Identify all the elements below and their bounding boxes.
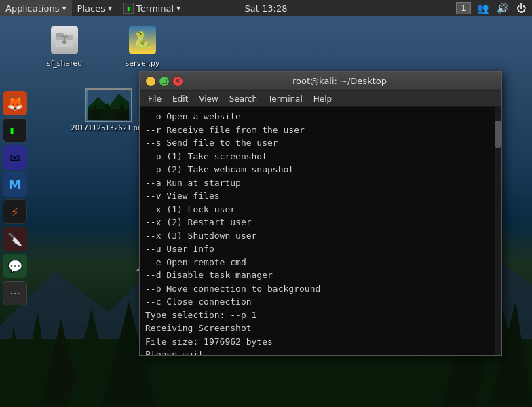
python-file-icon: 🐍 <box>129 26 156 54</box>
desktop-icons-area: sf_shared <box>37 24 92 75</box>
maximize-button[interactable]: □ <box>159 76 170 87</box>
terminal-line-0: --o Open a website <box>145 110 492 123</box>
malwarebytes-icon: M <box>8 176 22 193</box>
server-py-icon-container: 🐍 server.py <box>115 24 170 75</box>
applications-arrow: ▼ <box>62 5 66 12</box>
places-arrow: ▼ <box>108 5 112 12</box>
terminal-titlebar: ─ □ ✕ root@kali: ~/Desktop <box>140 72 501 91</box>
terminal-line-19: File size: 1976962 bytes <box>145 335 492 349</box>
apps-grid-icon: ⋯ <box>10 287 20 300</box>
server-py-label: server.py <box>126 59 160 68</box>
power-icon[interactable]: ⏻ <box>514 3 528 14</box>
terminal-scrollbar[interactable] <box>495 107 501 355</box>
applications-menu[interactable]: Applications ▼ <box>0 0 72 16</box>
menu-file[interactable]: File <box>142 91 167 107</box>
taskbar: Applications ▼ Places ▼ ▮ Terminal ▼ Sat… <box>0 0 532 16</box>
svg-point-18 <box>62 40 66 44</box>
chat-icon: 💬 <box>7 259 22 273</box>
volume-icon[interactable]: 🔊 <box>495 3 510 14</box>
terminal-line-18: Receiving Screenshot <box>145 322 492 335</box>
sf-shared-image <box>48 24 81 56</box>
scrollbar-thumb[interactable] <box>495 121 501 148</box>
usb-folder-icon <box>51 26 78 54</box>
terminal-line-20: Please wait... <box>145 348 492 355</box>
terminal-line-7: --x (1) Lock user <box>145 203 492 216</box>
tool-icon: 🔪 <box>7 232 22 246</box>
menu-help[interactable]: Help <box>308 91 337 107</box>
menu-view[interactable]: View <box>193 91 223 107</box>
menu-terminal[interactable]: Terminal <box>263 91 308 107</box>
firefox-icon: 🦊 <box>7 95 24 111</box>
dock-icon-firefox[interactable]: 🦊 <box>3 91 27 115</box>
dock-icon-burpsuite[interactable]: ⚡ <box>3 199 27 224</box>
terminal-line-12: --d Disable task manager <box>145 269 492 282</box>
places-menu[interactable]: Places ▼ <box>72 0 118 16</box>
close-button[interactable]: ✕ <box>172 76 183 87</box>
menu-edit[interactable]: Edit <box>167 91 193 107</box>
server-py-icon[interactable]: 🐍 server.py <box>115 24 170 68</box>
terminal-line-13: --b Move connection to background <box>145 282 492 296</box>
terminal-line-9: --x (3) Shutdown user <box>145 229 492 243</box>
terminal-line-14: --c Close connection <box>145 295 492 309</box>
terminal-line-5: --a Run at startup <box>145 176 492 190</box>
terminal-line-2: --s Send file to the user <box>145 136 492 150</box>
svg-rect-22 <box>66 36 68 38</box>
taskbar-left: Applications ▼ Places ▼ ▮ Terminal ▼ <box>0 0 456 16</box>
terminal-menu-item[interactable]: ▮ Terminal ▼ <box>117 0 186 16</box>
dock-icon-chat[interactable]: 💬 <box>3 254 27 278</box>
terminal-line-10: --u User Info <box>145 242 492 256</box>
dock-icon-apps[interactable]: ⋯ <box>3 281 27 305</box>
terminal-arrow: ▼ <box>176 5 180 12</box>
terminal-dock-icon: ▮_ <box>10 125 21 136</box>
dock-icon-malwarebytes[interactable]: M <box>3 172 27 197</box>
desktop: Applications ▼ Places ▼ ▮ Terminal ▼ Sat… <box>0 0 532 407</box>
applications-label: Applications <box>5 3 59 14</box>
sf-shared-icon[interactable]: sf_shared <box>37 24 92 68</box>
workspace-badge[interactable]: 1 <box>456 2 471 14</box>
terminal-label: Terminal <box>136 3 174 14</box>
minimize-button[interactable]: ─ <box>145 76 156 87</box>
mail-icon: ✉ <box>10 151 20 165</box>
places-label: Places <box>77 3 105 14</box>
terminal-window: ─ □ ✕ root@kali: ~/Desktop File Edit Vie… <box>139 71 502 356</box>
server-py-image: 🐍 <box>126 24 159 56</box>
terminal-window-title: root@kali: ~/Desktop <box>183 76 496 86</box>
dock-icon-terminal[interactable]: ▮_ <box>3 118 27 142</box>
menu-search[interactable]: Search <box>224 91 263 107</box>
terminal-line-6: --v View files <box>145 189 492 203</box>
screenshot-file-icon[interactable]: 20171125132621.png <box>81 88 136 132</box>
terminal-line-1: --r Receive file from the user <box>145 123 492 137</box>
dock-icon-tool[interactable]: 🔪 <box>3 227 27 251</box>
screenshot-label: 20171125132621.png <box>71 124 146 132</box>
window-buttons: ─ □ ✕ <box>145 76 183 87</box>
terminal-line-16: Type selection: --p 1 <box>145 309 492 322</box>
taskbar-clock: Sat 13:28 <box>245 3 288 14</box>
network-icon[interactable]: 👥 <box>475 3 491 14</box>
sidebar-dock: 🦊 ▮_ ✉ M ⚡ 🔪 💬 ⋯ <box>0 88 30 308</box>
terminal-body[interactable]: --o Open a website --r Receive file from… <box>140 107 501 355</box>
screenshot-thumbnail <box>85 88 132 122</box>
terminal-line-4: --p (2) Take webcam snapshot <box>145 163 492 176</box>
svg-point-21 <box>62 36 64 38</box>
terminal-line-8: --x (2) Restart user <box>145 216 492 229</box>
terminal-menubar: File Edit View Search Terminal Help <box>140 91 501 107</box>
burpsuite-icon: ⚡ <box>11 205 20 219</box>
terminal-line-11: --e Open remote cmd <box>145 256 492 269</box>
terminal-line-3: --p (1) Take screenshot <box>145 150 492 163</box>
dock-icon-mail[interactable]: ✉ <box>3 145 27 170</box>
sf-shared-label: sf_shared <box>47 59 83 68</box>
taskbar-right: 1 👥 🔊 ⏻ <box>456 2 532 14</box>
terminal-taskbar-icon: ▮ <box>123 3 134 14</box>
